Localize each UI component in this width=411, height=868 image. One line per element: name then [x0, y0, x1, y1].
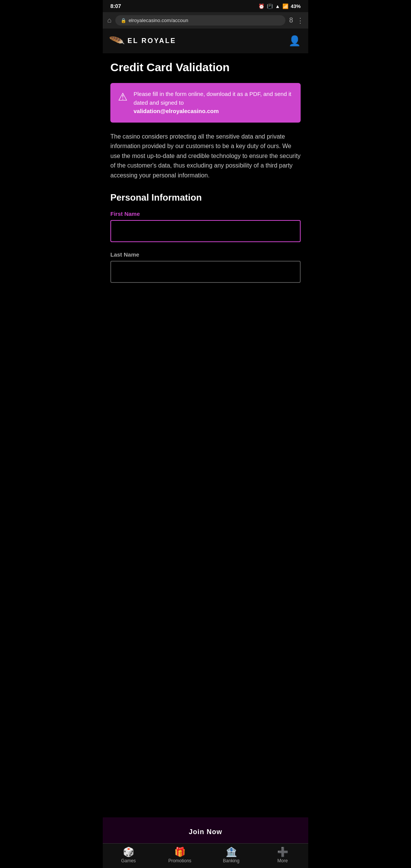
join-now-button[interactable]: Join Now — [110, 823, 301, 841]
last-name-label: Last Name — [110, 251, 301, 258]
first-name-group: First Name — [110, 211, 301, 242]
warning-icon: ⚠ — [118, 91, 127, 103]
alert-text: Please fill in the form online, download… — [134, 90, 293, 116]
alert-text-part1: Please fill in the form online, download… — [134, 91, 291, 106]
nav-item-banking[interactable]: 🏦 Banking — [206, 844, 257, 868]
status-time: 8:07 — [110, 3, 121, 9]
status-icons: ⏰ 📳 ▲ 📶 43% — [258, 3, 301, 9]
games-label: Games — [121, 858, 136, 863]
logo-feather-icon: 🪶 — [108, 33, 125, 49]
banking-icon: 🏦 — [226, 847, 237, 857]
browser-lock-icon: 🔒 — [121, 18, 126, 23]
main-content: Credit Card Validation ⚠ Please fill in … — [103, 53, 308, 345]
user-account-icon[interactable]: 👤 — [288, 35, 301, 47]
browser-url-text: elroyalecasino.com/accoun — [129, 18, 188, 23]
bottom-nav: 🎲 Games 🎁 Promotions 🏦 Banking ➕ More — [103, 843, 308, 868]
alert-box: ⚠ Please fill in the form online, downlo… — [110, 83, 301, 123]
banking-label: Banking — [223, 858, 239, 863]
battery-icon: 43% — [291, 3, 301, 9]
alert-email-link[interactable]: validation@elroyalecasino.com — [134, 108, 219, 114]
first-name-input[interactable] — [110, 220, 301, 242]
browser-url-bar[interactable]: 🔒 elroyalecasino.com/accoun — [115, 15, 285, 26]
logo[interactable]: 🪶 EL ROYALE — [110, 35, 176, 47]
nav-item-games[interactable]: 🎲 Games — [103, 844, 154, 868]
wifi-icon: ▲ — [275, 3, 280, 9]
alarm-icon: ⏰ — [258, 3, 264, 9]
signal-icon: 📶 — [282, 3, 288, 9]
nav-item-promotions[interactable]: 🎁 Promotions — [154, 844, 206, 868]
page-title: Credit Card Validation — [110, 61, 301, 74]
vibrate-icon: 📳 — [267, 3, 273, 9]
logo-text: EL ROYALE — [127, 37, 176, 45]
browser-home-icon[interactable]: ⌂ — [107, 16, 112, 24]
more-icon: ➕ — [277, 847, 288, 857]
first-name-label: First Name — [110, 211, 301, 217]
nav-item-more[interactable]: ➕ More — [257, 844, 308, 868]
games-icon: 🎲 — [123, 847, 134, 857]
promotions-icon: 🎁 — [174, 847, 186, 857]
browser-menu-button[interactable]: ⋮ — [297, 16, 304, 25]
personal-info-heading: Personal Information — [110, 192, 301, 203]
browser-tabs-button[interactable]: 8 — [289, 16, 293, 24]
last-name-input[interactable] — [110, 261, 301, 283]
last-name-group: Last Name — [110, 251, 301, 283]
join-bar: Join Now — [103, 817, 308, 847]
more-label: More — [277, 858, 288, 863]
site-header: 🪶 EL ROYALE 👤 — [103, 29, 308, 53]
browser-chrome: ⌂ 🔒 elroyalecasino.com/accoun 8 ⋮ — [103, 12, 308, 29]
promotions-label: Promotions — [168, 858, 191, 863]
status-bar: 8:07 ⏰ 📳 ▲ 📶 43% — [103, 0, 308, 12]
body-text: The casino considers protecting all the … — [110, 132, 301, 180]
